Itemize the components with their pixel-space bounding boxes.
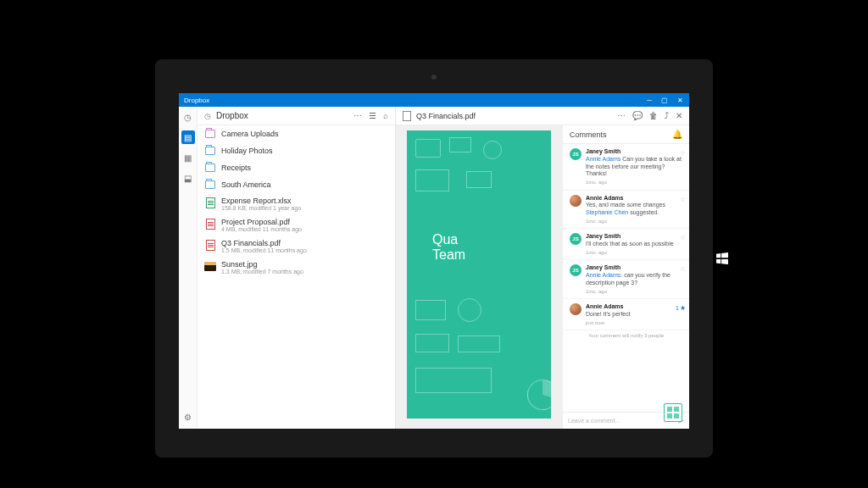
doc-shape	[415, 139, 441, 158]
recents-nav-item[interactable]: ◷	[181, 110, 195, 124]
folder-item[interactable]: Holiday Photos	[198, 142, 395, 159]
folder-icon	[205, 147, 215, 155]
comment-time: just now	[586, 320, 682, 327]
folder-icon	[205, 180, 215, 189]
xlsx-icon	[206, 197, 215, 208]
folder-item[interactable]: Camera Uploads	[198, 125, 395, 142]
file-meta: 158.8 KB, modified 1 year ago	[221, 205, 301, 211]
tablet-camera	[431, 75, 437, 80]
file-name: Q3 Financials.pdf	[221, 239, 307, 247]
more-button[interactable]: ⋯	[353, 111, 362, 120]
doc-shape	[415, 368, 492, 393]
windows-button[interactable]	[716, 252, 728, 264]
comment-time: 1mo. ago	[586, 180, 682, 186]
doc-shape	[458, 298, 481, 322]
comment-text: I'll check that as soon as possible	[586, 241, 674, 247]
folder-name: Camera Uploads	[221, 130, 279, 138]
comment-text: Done! It's perfect	[586, 311, 631, 317]
window-title: Dropbox	[184, 97, 209, 104]
comment-item[interactable]: Annie Adams Yes, and made some changes S…	[563, 191, 689, 230]
comment-input[interactable]	[568, 418, 674, 424]
star-button[interactable]: 1★	[676, 304, 686, 312]
comments-panel: Comments 🔔 JS Janey Smith Annie Adams Ca…	[562, 125, 689, 429]
delete-button[interactable]: 🗑	[649, 111, 658, 120]
file-list: Camera Uploads Holiday Photos Receipts	[198, 125, 395, 429]
files-nav-item[interactable]: ▤	[181, 130, 195, 144]
star-button[interactable]: ☆	[680, 234, 686, 241]
file-list-title: Dropbox	[216, 111, 248, 120]
document-icon	[403, 111, 411, 121]
doc-shape	[415, 334, 449, 352]
folder-icon	[205, 164, 215, 172]
doc-shape	[415, 169, 449, 191]
file-name: Sunset.jpg	[221, 260, 303, 269]
comment-author: Janey Smith	[586, 233, 682, 241]
star-button[interactable]: ☆	[680, 265, 686, 273]
folder-name: Holiday Photos	[221, 147, 273, 155]
mention[interactable]: Annie Adams	[586, 272, 620, 278]
doc-shape	[458, 336, 500, 352]
right-pane: Q3 Financials.pdf ⋯ 💬 🗑 ⤴ ✕	[395, 107, 689, 429]
image-thumbnail-icon	[204, 262, 216, 271]
doc-shape	[466, 171, 492, 188]
avatar	[570, 195, 581, 207]
comment-text: Annie Adams Can you take a look at the n…	[586, 156, 682, 177]
comment-item[interactable]: JS Janey Smith Annie Adams: can you veri…	[563, 260, 689, 299]
document-header: Q3 Financials.pdf ⋯ 💬 🗑 ⤴ ✕	[396, 107, 689, 125]
document-viewer[interactable]: Qua Team	[396, 125, 562, 429]
avatar: JS	[570, 148, 581, 160]
photos-nav-item[interactable]: ▦	[181, 151, 195, 164]
comment-item[interactable]: JS Janey Smith I'll check that as soon a…	[563, 229, 689, 260]
offline-nav-item[interactable]: ⬓	[181, 171, 195, 185]
star-button[interactable]: ☆	[680, 196, 686, 203]
doc-pie-shape	[527, 380, 551, 410]
comments-header: Comments 🔔	[563, 125, 689, 144]
screen: Dropbox ─ ▢ ✕ ◷ ▤ ▦ ⬓ ⚙ ◷ Drop	[179, 93, 689, 429]
search-button[interactable]: ⌕	[383, 111, 388, 120]
notifications-icon[interactable]: 🔔	[672, 130, 682, 139]
share-button[interactable]: ⤴	[665, 111, 669, 120]
comment-button[interactable]: 💬	[632, 111, 643, 120]
comment-text: Yes, and made some changes Stephanie Che…	[586, 202, 665, 215]
more-button[interactable]: ⋯	[617, 111, 626, 120]
mention[interactable]: Stephanie Chen	[586, 209, 628, 215]
comment-author: Janey Smith	[586, 264, 682, 272]
left-pane: ◷ ▤ ▦ ⬓ ⚙ ◷ Dropbox ⋯ ☰ ⌕	[179, 107, 395, 429]
minimize-button[interactable]: ─	[645, 97, 654, 104]
close-button[interactable]: ✕	[676, 111, 682, 120]
grid-view-button[interactable]	[664, 403, 682, 422]
folder-item[interactable]: Receipts	[198, 159, 395, 176]
comment-time: 1mo. ago	[586, 289, 682, 296]
file-item[interactable]: Sunset.jpg 1.3 MB, modified 7 months ago	[198, 257, 395, 278]
document-title: Q3 Financials.pdf	[416, 112, 476, 120]
file-item[interactable]: Project Proposal.pdf 4 MB, modified 11 m…	[198, 214, 395, 236]
file-meta: 4 MB, modified 11 months ago	[221, 226, 302, 232]
file-list-header: ◷ Dropbox ⋯ ☰ ⌕	[198, 107, 395, 125]
file-item[interactable]: Q3 Financials.pdf 1.5 MB, modified 11 mo…	[198, 236, 395, 257]
tablet-frame: Dropbox ─ ▢ ✕ ◷ ▤ ▦ ⬓ ⚙ ◷ Drop	[155, 59, 713, 458]
comment-item[interactable]: Annie Adams Done! It's perfect just now …	[563, 299, 689, 330]
pdf-icon	[206, 240, 215, 251]
comment-text: Annie Adams: can you verify the descript…	[586, 272, 670, 286]
view-button[interactable]: ☰	[369, 111, 376, 120]
file-item[interactable]: Expense Report.xlsx 158.8 KB, modified 1…	[198, 193, 395, 214]
close-window-button[interactable]: ✕	[676, 97, 684, 104]
comment-author: Annie Adams	[586, 195, 682, 202]
file-name: Project Proposal.pdf	[221, 218, 302, 226]
clock-icon: ◷	[204, 112, 211, 120]
comment-item[interactable]: JS Janey Smith Annie Adams Can you take …	[563, 144, 689, 191]
nav-rail: ◷ ▤ ▦ ⬓ ⚙	[179, 107, 198, 429]
settings-nav-item[interactable]: ⚙	[181, 410, 195, 424]
star-button[interactable]: ☆	[680, 149, 686, 157]
file-meta: 1.3 MB, modified 7 months ago	[221, 269, 303, 274]
doc-shape	[449, 137, 471, 152]
comments-list: JS Janey Smith Annie Adams Can you take …	[563, 144, 689, 412]
notify-text: Your comment will notify 3 people	[563, 330, 689, 341]
mention[interactable]: Annie Adams	[586, 156, 620, 162]
comments-title: Comments	[570, 130, 607, 139]
doc-shape	[415, 300, 446, 320]
folder-item[interactable]: South America	[198, 176, 395, 193]
folder-name: South America	[221, 180, 271, 189]
maximize-button[interactable]: ▢	[660, 97, 669, 104]
comment-author: Annie Adams	[586, 303, 682, 311]
